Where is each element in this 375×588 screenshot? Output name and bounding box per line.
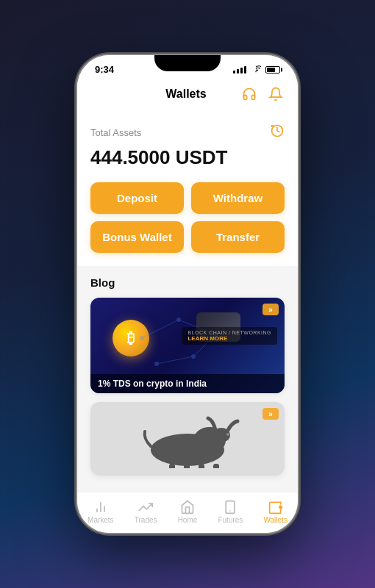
phone-frame: 9:34 xyxy=(77,55,298,533)
blog-section: Blog ₿ xyxy=(77,266,298,492)
trending-up-icon xyxy=(138,500,153,514)
bull-svg xyxy=(129,409,246,468)
transfer-button[interactable]: Transfer xyxy=(191,221,285,253)
svg-point-9 xyxy=(154,362,159,366)
blog-card-chevron-1: » xyxy=(262,304,279,315)
svg-rect-16 xyxy=(213,464,219,468)
header-icons xyxy=(239,84,286,104)
total-assets-label: Total Assets xyxy=(90,127,141,138)
svg-rect-14 xyxy=(184,464,190,468)
blog-card-bull[interactable]: » xyxy=(90,402,285,476)
support-icon-button[interactable] xyxy=(239,84,260,104)
nav-home[interactable]: Home xyxy=(172,498,204,526)
nav-futures[interactable]: Futures xyxy=(212,498,249,526)
nav-trades-label: Trades xyxy=(135,516,157,524)
notification-bell-button[interactable] xyxy=(265,84,286,104)
svg-point-6 xyxy=(176,318,181,322)
svg-line-4 xyxy=(157,356,193,364)
svg-point-8 xyxy=(191,354,196,359)
withdraw-button[interactable]: Withdraw xyxy=(191,182,285,214)
blog-category: BLOCK CHAIN / NETWORKING xyxy=(188,330,271,335)
phone-wrapper: 9:34 xyxy=(77,55,298,533)
nav-markets[interactable]: Markets xyxy=(82,498,120,526)
battery-icon xyxy=(265,66,280,74)
nav-wallets-label: Wallets xyxy=(263,516,287,524)
home-icon xyxy=(180,500,195,514)
signal-icon xyxy=(233,66,246,74)
total-assets-row: Total Assets xyxy=(90,123,285,142)
wallet-icon xyxy=(268,500,283,514)
status-icons xyxy=(233,65,280,74)
action-buttons-grid: Deposit Withdraw Bonus Wallet Transfer xyxy=(90,182,285,253)
blog-section-title: Blog xyxy=(90,276,285,289)
status-time: 9:34 xyxy=(95,64,114,75)
bar-chart-icon xyxy=(93,500,108,514)
blog-card-crypto[interactable]: ₿ xyxy=(90,298,285,393)
futures-icon xyxy=(223,500,238,514)
svg-rect-15 xyxy=(199,464,204,468)
main-content: Total Assets 444.5000 USDT Deposit Withd… xyxy=(77,112,298,492)
header-title: Wallets xyxy=(133,87,239,101)
blog-card-bull-image xyxy=(90,402,285,476)
deposit-button[interactable]: Deposit xyxy=(90,182,184,214)
notch xyxy=(154,55,221,71)
app-header: Wallets xyxy=(77,78,298,112)
blog-card-caption-1: 1% TDS on crypto in India xyxy=(90,374,285,393)
wifi-icon xyxy=(251,65,261,74)
nav-wallets[interactable]: Wallets xyxy=(257,498,293,526)
wallet-card: Total Assets 444.5000 USDT Deposit Withd… xyxy=(77,112,298,266)
total-amount: 444.5000 USDT xyxy=(90,146,285,169)
blog-card-chevron-2: » xyxy=(262,408,279,420)
svg-point-17 xyxy=(226,433,229,436)
nav-trades[interactable]: Trades xyxy=(129,498,163,526)
bonus-wallet-button[interactable]: Bonus Wallet xyxy=(90,221,184,253)
history-icon-button[interactable] xyxy=(270,123,285,142)
nav-markets-label: Markets xyxy=(88,516,114,524)
svg-point-5 xyxy=(140,336,144,340)
nav-futures-label: Futures xyxy=(218,516,243,524)
learn-more-cta: LEARN MORE xyxy=(188,335,271,342)
svg-rect-13 xyxy=(169,464,175,468)
bottom-nav: Markets Trades Home xyxy=(77,492,298,533)
learn-more-box: BLOCK CHAIN / NETWORKING LEARN MORE xyxy=(182,327,277,345)
svg-line-1 xyxy=(142,320,179,338)
nav-home-label: Home xyxy=(178,516,198,524)
